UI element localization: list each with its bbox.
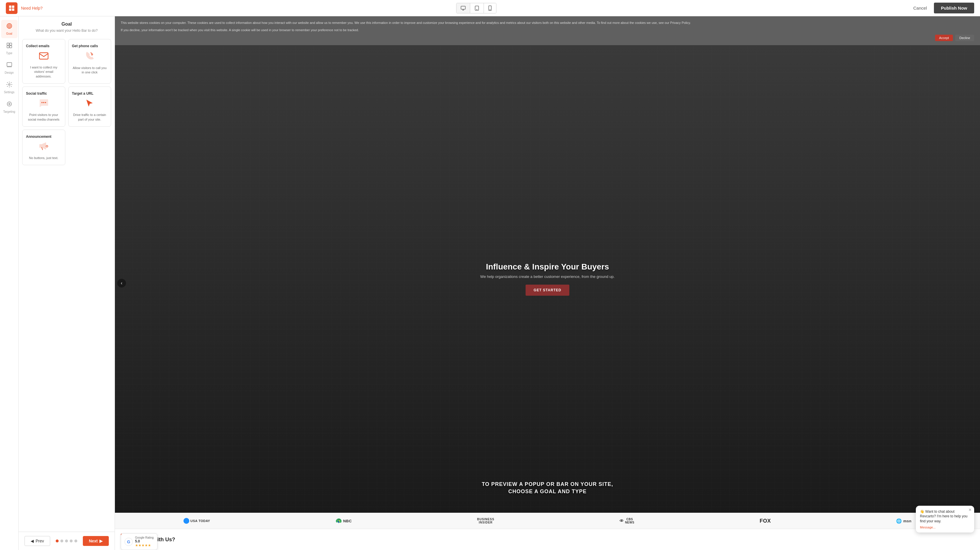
header-right: Cancel Publish Now: [910, 3, 974, 13]
goal-card-social-traffic[interactable]: Social traffic Point visitors to your so…: [22, 87, 65, 127]
nbc-label: NBC: [343, 519, 352, 523]
goal-cards-grid: Collect emails I want to collect my visi…: [19, 39, 115, 169]
svg-point-26: [46, 145, 48, 147]
hero-content: Influence & Inspire Your Buyers We help …: [115, 256, 980, 301]
hero-cta-button[interactable]: GET STARTED: [526, 285, 570, 296]
dot-1[interactable]: [56, 539, 59, 542]
sidebar-settings-label: Settings: [4, 90, 14, 94]
sidebar-type-label: Type: [6, 52, 13, 55]
svg-rect-2: [9, 8, 11, 11]
collect-emails-icon: [39, 52, 48, 62]
cookie-accept-button[interactable]: Accept: [935, 35, 953, 41]
top-header: Need Help? Cancel Publish Now: [0, 0, 980, 16]
bottom-navigation: ◀ Prev Next ▶: [19, 532, 115, 550]
design-svg-icon: [6, 62, 13, 68]
header-left: Need Help?: [6, 2, 43, 14]
svg-rect-18: [7, 63, 12, 67]
website-preview: This website stores cookies on your comp…: [115, 16, 980, 550]
logos-bar: USA TODAY 🦚 NBC BUSINESS INSIDER 👁: [115, 513, 980, 529]
logo-cbs-news: 👁 CBS NEWS: [619, 518, 635, 524]
megaphone-icon: [40, 142, 48, 150]
sidebar-targeting-label: Targeting: [3, 110, 15, 113]
svg-point-23: [41, 102, 43, 103]
device-switcher: [456, 3, 496, 13]
dot-4[interactable]: [70, 539, 73, 542]
announcement-title: Announcement: [26, 135, 51, 139]
hero-subtitle: We help organizations create a better cu…: [121, 274, 974, 279]
sidebar-item-design[interactable]: Design: [1, 59, 18, 77]
collect-emails-desc: I want to collect my visitors' email add…: [26, 65, 62, 79]
cookie-decline-button[interactable]: Decline: [955, 35, 974, 41]
scroll-left-button[interactable]: ‹: [117, 279, 126, 287]
chat-widget: ✕ 👋 Want to chat about Revcarto? I'm her…: [916, 506, 974, 533]
cookie-buttons: Accept Decline: [121, 35, 974, 41]
need-help-link[interactable]: Need Help?: [21, 6, 43, 11]
cbs-text: CBS NEWS: [625, 518, 635, 524]
nbc-icon: 🦚: [336, 518, 342, 524]
sidebar-design-label: Design: [5, 71, 14, 74]
google-rating-label: Google Rating: [135, 536, 154, 539]
goal-card-phone-calls[interactable]: Get phone calls Allow visitors to call y…: [68, 39, 111, 84]
goal-panel-title: Goal: [23, 22, 110, 27]
google-stars: ★★★★★: [135, 543, 154, 547]
logo-icon: [8, 5, 15, 11]
cookie-text-2: If you decline, your information won't b…: [121, 28, 974, 33]
logo-msn: 🌐 msn: [896, 518, 912, 524]
svg-rect-3: [12, 8, 14, 11]
type-svg-icon: [6, 42, 13, 49]
google-logo: G: [124, 538, 133, 546]
google-rating-widget: G Google Rating 5.0 ★★★★★: [121, 533, 158, 550]
phone-calls-icon: [85, 52, 94, 62]
cookie-bar: This website stores cookies on your comp…: [115, 16, 980, 45]
preview-area: This website stores cookies on your comp…: [115, 16, 980, 550]
dot-3[interactable]: [65, 539, 68, 542]
settings-icon: [6, 81, 13, 89]
sidebar-item-type[interactable]: Type: [1, 39, 18, 58]
svg-point-8: [477, 9, 477, 10]
dot-2[interactable]: [60, 539, 63, 542]
target-url-icon: [86, 99, 93, 109]
device-btn-tablet[interactable]: [470, 3, 484, 13]
chat-action[interactable]: Message...: [920, 526, 970, 529]
device-btn-mobile[interactable]: [484, 3, 496, 13]
goal-svg-icon: [6, 23, 13, 29]
google-rating-score: 5.0: [135, 539, 154, 543]
next-label: Next: [89, 539, 98, 543]
usa-today-label: USA TODAY: [191, 519, 210, 523]
target-url-desc: Drive traffic to a certain part of your …: [72, 113, 108, 122]
msn-label: msn: [903, 519, 912, 523]
device-btn-desktop[interactable]: [457, 3, 470, 13]
tablet-icon: [474, 6, 479, 11]
cursor-icon: [86, 99, 93, 107]
progress-dots: [56, 539, 77, 542]
svg-rect-17: [10, 46, 11, 48]
cbs-icon: 👁: [619, 518, 624, 523]
sidebar-item-goal[interactable]: Goal: [1, 20, 18, 38]
phone-calls-desc: Allow visitors to call you in one click: [72, 66, 108, 75]
goal-header: Goal What do you want your Hello Bar to …: [19, 16, 115, 39]
goal-icon: [6, 23, 13, 31]
cancel-button[interactable]: Cancel: [910, 3, 931, 13]
logo-nbc: 🦚 NBC: [336, 518, 352, 524]
goal-panel-subtitle: What do you want your Hello Bar to do?: [23, 29, 110, 33]
publish-button[interactable]: Publish Now: [934, 3, 974, 13]
goal-card-collect-emails[interactable]: Collect emails I want to collect my visi…: [22, 39, 65, 84]
next-button[interactable]: Next ▶: [83, 536, 109, 546]
phone-calls-title: Get phone calls: [72, 44, 98, 48]
svg-point-25: [45, 102, 46, 103]
main-layout: Goal Type Design: [0, 16, 980, 550]
goal-card-target-url[interactable]: Target a URL Drive traffic to a certain …: [68, 87, 111, 127]
sidebar-item-targeting[interactable]: Targeting: [1, 98, 18, 116]
email-icon: [39, 52, 48, 60]
goal-card-announcement[interactable]: Announcement No buttons, just text.: [22, 130, 65, 165]
svg-point-20: [8, 84, 10, 86]
prev-button[interactable]: ◀ Prev: [24, 536, 50, 546]
cookie-text-1: This website stores cookies on your comp…: [121, 21, 974, 25]
dot-5[interactable]: [75, 539, 77, 542]
msn-logo: 🌐: [896, 518, 902, 524]
svg-point-21: [9, 103, 10, 105]
settings-svg-icon: [6, 81, 13, 88]
sidebar-item-settings[interactable]: Settings: [1, 78, 18, 97]
app-logo: [6, 2, 18, 14]
chat-close-button[interactable]: ✕: [968, 507, 972, 512]
